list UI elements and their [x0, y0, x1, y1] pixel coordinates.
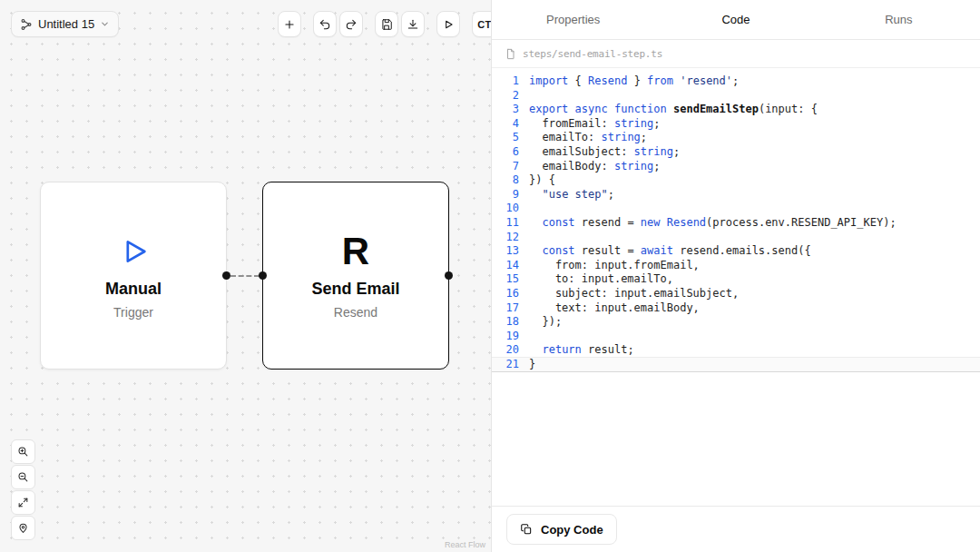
reactflow-attribution[interactable]: React Flow — [445, 540, 485, 549]
line-number: 7 — [492, 160, 519, 174]
inspector-panel: Properties Code Runs steps/send-email-st… — [491, 0, 980, 552]
code-line-12[interactable]: 12 — [492, 231, 980, 245]
redo-icon — [345, 18, 358, 31]
node-manual-trigger[interactable]: Manual Trigger — [40, 182, 227, 370]
line-number: 11 — [492, 216, 519, 231]
file-icon — [505, 48, 516, 60]
code-line-18[interactable]: 18 }); — [492, 315, 980, 330]
code-line-10[interactable]: 10 — [492, 202, 980, 216]
download-button[interactable] — [401, 11, 425, 37]
undo-icon — [318, 18, 331, 31]
line-number: 15 — [492, 272, 519, 287]
undo-button[interactable] — [313, 11, 337, 37]
line-number: 4 — [492, 117, 519, 132]
workflow-title: Untitled 15 — [38, 17, 94, 31]
line-number: 8 — [492, 173, 519, 188]
send-email-target-handle[interactable] — [259, 271, 267, 280]
code-line-15[interactable]: 15 to: input.emailTo, — [492, 272, 980, 287]
node-subtitle: Trigger — [113, 305, 153, 320]
node-subtitle: Resend — [334, 305, 377, 320]
code-line-7[interactable]: 7 emailBody: string; — [492, 160, 980, 174]
canvas-controls — [11, 439, 35, 540]
line-number: 10 — [492, 202, 519, 216]
pin-button[interactable] — [11, 516, 35, 540]
manual-source-handle[interactable] — [222, 271, 230, 280]
canvas-toolbar: CT — [278, 11, 497, 37]
edge-connector — [230, 275, 260, 277]
code-line-19[interactable]: 19 — [492, 330, 980, 344]
code-line-14[interactable]: 14 from: input.fromEmail, — [492, 259, 980, 273]
line-number: 12 — [492, 231, 519, 245]
node-send-email[interactable]: R Send Email Resend — [262, 182, 449, 370]
line-number: 16 — [492, 287, 519, 301]
copy-code-label: Copy Code — [541, 523, 603, 537]
line-number: 18 — [492, 315, 519, 330]
copy-code-button[interactable]: Copy Code — [506, 514, 617, 545]
pin-icon — [17, 522, 29, 534]
resend-logo: R — [342, 232, 369, 271]
panel-footer: Copy Code — [492, 506, 980, 552]
fit-view-button[interactable] — [11, 490, 35, 515]
save-icon — [380, 18, 393, 31]
file-header: steps/send-email-step.ts — [492, 40, 980, 68]
workflow-canvas[interactable]: Untitled 15 CT Manu — [0, 0, 491, 552]
line-number: 5 — [492, 131, 519, 145]
line-number: 2 — [492, 89, 519, 104]
line-number: 13 — [492, 244, 519, 259]
code-line-17[interactable]: 17 text: input.emailBody, — [492, 301, 980, 316]
panel-tabs: Properties Code Runs — [492, 0, 980, 40]
code-line-3[interactable]: 3export async function sendEmailStep(inp… — [492, 103, 980, 117]
line-number: 9 — [492, 188, 519, 202]
code-line-9[interactable]: 9 "use step"; — [492, 188, 980, 202]
workflow-icon — [20, 18, 33, 31]
code-line-1[interactable]: 1import { Resend } from 'resend'; — [492, 74, 980, 89]
code-line-6[interactable]: 6 emailSubject: string; — [492, 145, 980, 160]
code-line-16[interactable]: 16 subject: input.emailSubject, — [492, 287, 980, 301]
code-editor[interactable]: 1import { Resend } from 'resend';23expor… — [492, 69, 980, 506]
code-line-4[interactable]: 4 fromEmail: string; — [492, 117, 980, 132]
line-number: 6 — [492, 145, 519, 160]
node-title: Manual — [105, 280, 162, 299]
line-number: 3 — [492, 103, 519, 117]
zoom-out-icon — [17, 471, 29, 483]
run-button[interactable] — [436, 11, 460, 37]
download-icon — [407, 18, 419, 31]
zoom-out-button[interactable] — [11, 465, 35, 489]
node-title: Send Email — [311, 280, 399, 299]
line-number: 14 — [492, 259, 519, 273]
add-node-button[interactable] — [278, 11, 301, 37]
code-line-20[interactable]: 20 return result; — [492, 343, 980, 358]
tab-code[interactable]: Code — [654, 0, 817, 39]
send-email-source-handle[interactable] — [445, 271, 453, 280]
code-line-5[interactable]: 5 emailTo: string; — [492, 131, 980, 145]
save-button[interactable] — [375, 11, 398, 37]
code-line-11[interactable]: 11 const resend = new Resend(process.env… — [492, 216, 980, 231]
trigger-play-icon — [117, 232, 150, 271]
tab-runs[interactable]: Runs — [818, 0, 980, 39]
line-number: 20 — [492, 343, 519, 358]
zoom-in-button[interactable] — [11, 439, 35, 464]
expand-icon — [17, 497, 29, 508]
line-number: 1 — [492, 74, 519, 89]
line-number: 21 — [492, 358, 519, 372]
file-path: steps/send-email-step.ts — [523, 48, 662, 60]
code-line-21[interactable]: 21} — [492, 358, 980, 372]
play-icon — [442, 18, 455, 31]
redo-button[interactable] — [339, 11, 363, 37]
code-line-13[interactable]: 13 const result = await resend.emails.se… — [492, 244, 980, 259]
workflow-title-button[interactable]: Untitled 15 — [11, 11, 119, 37]
plus-icon — [283, 18, 296, 31]
code-line-2[interactable]: 2 — [492, 89, 980, 104]
chevron-down-icon — [100, 19, 110, 29]
line-number: 19 — [492, 330, 519, 344]
zoom-in-icon — [17, 446, 29, 458]
tab-properties[interactable]: Properties — [492, 0, 654, 39]
copy-icon — [520, 523, 533, 536]
code-line-8[interactable]: 8}) { — [492, 173, 980, 188]
line-number: 17 — [492, 301, 519, 316]
